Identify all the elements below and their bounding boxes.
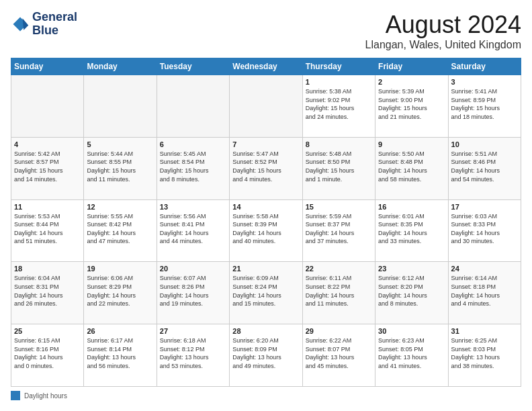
calendar-header-row: Sunday Monday Tuesday Wednesday Thursday… bbox=[11, 58, 521, 75]
calendar-cell: 1Sunrise: 5:38 AM Sunset: 9:02 PM Daylig… bbox=[302, 75, 375, 138]
day-number: 22 bbox=[306, 265, 372, 273]
day-number: 13 bbox=[160, 203, 226, 211]
calendar-cell bbox=[84, 75, 157, 138]
day-number: 23 bbox=[378, 265, 445, 273]
day-info: Sunrise: 5:45 AM Sunset: 8:54 PM Dayligh… bbox=[160, 150, 226, 183]
col-tuesday: Tuesday bbox=[157, 58, 229, 75]
calendar-cell: 12Sunrise: 5:55 AM Sunset: 8:42 PM Dayli… bbox=[84, 199, 157, 262]
calendar-cell: 11Sunrise: 5:53 AM Sunset: 8:44 PM Dayli… bbox=[11, 199, 84, 262]
calendar-cell: 4Sunrise: 5:42 AM Sunset: 8:57 PM Daylig… bbox=[11, 137, 84, 199]
daylight-legend-box bbox=[11, 391, 20, 400]
calendar-cell: 29Sunrise: 6:22 AM Sunset: 8:07 PM Dayli… bbox=[302, 324, 375, 387]
day-number: 26 bbox=[87, 327, 153, 335]
day-number: 11 bbox=[14, 203, 81, 211]
day-info: Sunrise: 6:15 AM Sunset: 8:16 PM Dayligh… bbox=[14, 336, 81, 370]
calendar-cell: 19Sunrise: 6:06 AM Sunset: 8:29 PM Dayli… bbox=[84, 262, 157, 324]
day-number: 4 bbox=[14, 140, 81, 148]
location: Llangan, Wales, United Kingdom bbox=[365, 39, 521, 51]
day-info: Sunrise: 5:50 AM Sunset: 8:48 PM Dayligh… bbox=[378, 150, 445, 183]
calendar-cell bbox=[157, 75, 229, 138]
day-number: 21 bbox=[232, 265, 299, 273]
month-year: August 2024 bbox=[365, 11, 521, 39]
day-info: Sunrise: 6:20 AM Sunset: 8:09 PM Dayligh… bbox=[232, 336, 299, 370]
day-info: Sunrise: 5:59 AM Sunset: 8:37 PM Dayligh… bbox=[306, 212, 372, 246]
day-info: Sunrise: 5:51 AM Sunset: 8:46 PM Dayligh… bbox=[451, 150, 518, 183]
day-number: 7 bbox=[232, 140, 299, 148]
day-number: 10 bbox=[451, 140, 518, 148]
footer: Daylight hours bbox=[11, 391, 521, 400]
calendar-cell: 2Sunrise: 5:39 AM Sunset: 9:00 PM Daylig… bbox=[375, 75, 448, 138]
day-number: 8 bbox=[306, 140, 372, 148]
day-info: Sunrise: 6:03 AM Sunset: 8:33 PM Dayligh… bbox=[451, 212, 518, 246]
day-info: Sunrise: 6:09 AM Sunset: 8:24 PM Dayligh… bbox=[232, 274, 299, 308]
day-info: Sunrise: 6:06 AM Sunset: 8:29 PM Dayligh… bbox=[87, 274, 153, 308]
logo: General Blue bbox=[11, 11, 77, 38]
calendar-cell: 3Sunrise: 5:41 AM Sunset: 8:59 PM Daylig… bbox=[448, 75, 521, 138]
calendar-cell: 10Sunrise: 5:51 AM Sunset: 8:46 PM Dayli… bbox=[448, 137, 521, 199]
calendar-cell: 13Sunrise: 5:56 AM Sunset: 8:41 PM Dayli… bbox=[157, 199, 229, 262]
day-info: Sunrise: 6:14 AM Sunset: 8:18 PM Dayligh… bbox=[451, 274, 518, 308]
calendar-cell: 6Sunrise: 5:45 AM Sunset: 8:54 PM Daylig… bbox=[157, 137, 229, 199]
calendar-cell: 26Sunrise: 6:17 AM Sunset: 8:14 PM Dayli… bbox=[84, 324, 157, 387]
col-thursday: Thursday bbox=[302, 58, 375, 75]
day-info: Sunrise: 6:25 AM Sunset: 8:03 PM Dayligh… bbox=[451, 336, 518, 370]
calendar-cell: 28Sunrise: 6:20 AM Sunset: 8:09 PM Dayli… bbox=[230, 324, 302, 387]
calendar-cell: 23Sunrise: 6:12 AM Sunset: 8:20 PM Dayli… bbox=[375, 262, 448, 324]
day-info: Sunrise: 5:58 AM Sunset: 8:39 PM Dayligh… bbox=[232, 212, 299, 246]
calendar-week-5: 25Sunrise: 6:15 AM Sunset: 8:16 PM Dayli… bbox=[11, 324, 521, 387]
day-number: 30 bbox=[378, 327, 445, 335]
day-number: 28 bbox=[232, 327, 299, 335]
daylight-label: Daylight hours bbox=[24, 392, 67, 400]
col-sunday: Sunday bbox=[11, 58, 84, 75]
day-info: Sunrise: 5:41 AM Sunset: 8:59 PM Dayligh… bbox=[451, 87, 518, 121]
day-info: Sunrise: 5:42 AM Sunset: 8:57 PM Dayligh… bbox=[14, 150, 81, 183]
day-info: Sunrise: 6:04 AM Sunset: 8:31 PM Dayligh… bbox=[14, 274, 81, 308]
calendar-week-4: 18Sunrise: 6:04 AM Sunset: 8:31 PM Dayli… bbox=[11, 262, 521, 324]
logo-line1: General bbox=[32, 11, 77, 24]
day-info: Sunrise: 6:01 AM Sunset: 8:35 PM Dayligh… bbox=[378, 212, 445, 246]
day-number: 29 bbox=[306, 327, 372, 335]
day-number: 3 bbox=[451, 78, 518, 86]
calendar-cell: 31Sunrise: 6:25 AM Sunset: 8:03 PM Dayli… bbox=[448, 324, 521, 387]
calendar-cell: 27Sunrise: 6:18 AM Sunset: 8:12 PM Dayli… bbox=[157, 324, 229, 387]
day-info: Sunrise: 5:48 AM Sunset: 8:50 PM Dayligh… bbox=[306, 150, 372, 183]
calendar-cell: 30Sunrise: 6:23 AM Sunset: 8:05 PM Dayli… bbox=[375, 324, 448, 387]
calendar-week-2: 4Sunrise: 5:42 AM Sunset: 8:57 PM Daylig… bbox=[11, 137, 521, 199]
header: General Blue August 2024 Llangan, Wales,… bbox=[11, 11, 521, 51]
calendar-cell: 18Sunrise: 6:04 AM Sunset: 8:31 PM Dayli… bbox=[11, 262, 84, 324]
day-info: Sunrise: 6:07 AM Sunset: 8:26 PM Dayligh… bbox=[160, 274, 226, 308]
day-number: 31 bbox=[451, 327, 518, 335]
calendar-cell: 16Sunrise: 6:01 AM Sunset: 8:35 PM Dayli… bbox=[375, 199, 448, 262]
calendar-week-1: 1Sunrise: 5:38 AM Sunset: 9:02 PM Daylig… bbox=[11, 75, 521, 138]
calendar-cell: 15Sunrise: 5:59 AM Sunset: 8:37 PM Dayli… bbox=[302, 199, 375, 262]
day-info: Sunrise: 5:47 AM Sunset: 8:52 PM Dayligh… bbox=[232, 150, 299, 183]
title-block: August 2024 Llangan, Wales, United Kingd… bbox=[365, 11, 521, 51]
day-number: 14 bbox=[232, 203, 299, 211]
calendar-cell: 14Sunrise: 5:58 AM Sunset: 8:39 PM Dayli… bbox=[230, 199, 302, 262]
day-info: Sunrise: 6:22 AM Sunset: 8:07 PM Dayligh… bbox=[306, 336, 372, 370]
calendar-cell: 21Sunrise: 6:09 AM Sunset: 8:24 PM Dayli… bbox=[230, 262, 302, 324]
calendar-cell: 8Sunrise: 5:48 AM Sunset: 8:50 PM Daylig… bbox=[302, 137, 375, 199]
day-info: Sunrise: 5:38 AM Sunset: 9:02 PM Dayligh… bbox=[306, 87, 372, 121]
day-number: 2 bbox=[378, 78, 445, 86]
calendar-cell: 5Sunrise: 5:44 AM Sunset: 8:55 PM Daylig… bbox=[84, 137, 157, 199]
calendar-cell: 17Sunrise: 6:03 AM Sunset: 8:33 PM Dayli… bbox=[448, 199, 521, 262]
day-info: Sunrise: 6:12 AM Sunset: 8:20 PM Dayligh… bbox=[378, 274, 445, 308]
day-number: 12 bbox=[87, 203, 153, 211]
day-info: Sunrise: 5:53 AM Sunset: 8:44 PM Dayligh… bbox=[14, 212, 81, 246]
calendar-cell: 24Sunrise: 6:14 AM Sunset: 8:18 PM Dayli… bbox=[448, 262, 521, 324]
day-info: Sunrise: 6:17 AM Sunset: 8:14 PM Dayligh… bbox=[87, 336, 153, 370]
day-info: Sunrise: 6:18 AM Sunset: 8:12 PM Dayligh… bbox=[160, 336, 226, 370]
day-info: Sunrise: 5:39 AM Sunset: 9:00 PM Dayligh… bbox=[378, 87, 445, 121]
calendar-cell: 22Sunrise: 6:11 AM Sunset: 8:22 PM Dayli… bbox=[302, 262, 375, 324]
day-number: 27 bbox=[160, 327, 226, 335]
col-saturday: Saturday bbox=[448, 58, 521, 75]
svg-marker-1 bbox=[23, 18, 29, 30]
day-number: 9 bbox=[378, 140, 445, 148]
col-friday: Friday bbox=[375, 58, 448, 75]
calendar-cell: 9Sunrise: 5:50 AM Sunset: 8:48 PM Daylig… bbox=[375, 137, 448, 199]
day-info: Sunrise: 6:11 AM Sunset: 8:22 PM Dayligh… bbox=[306, 274, 372, 308]
logo-line2: Blue bbox=[32, 24, 77, 38]
calendar-cell bbox=[230, 75, 302, 138]
day-number: 19 bbox=[87, 265, 153, 273]
